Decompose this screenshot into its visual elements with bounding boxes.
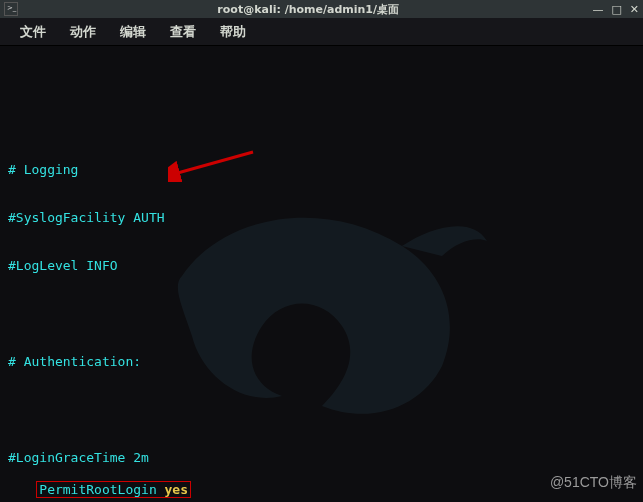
file-line: # Authentication: — [8, 354, 635, 370]
file-line: # Logging — [8, 162, 635, 178]
terminal-window: root@kali: /home/admin1/桌面 — □ ✕ 文件 动作 编… — [0, 0, 643, 502]
maximize-button[interactable]: □ — [611, 4, 621, 15]
file-line — [8, 114, 635, 130]
config-value: yes — [165, 482, 188, 497]
terminal-body[interactable]: # Logging #SyslogFacility AUTH #LogLevel… — [0, 46, 643, 502]
window-titlebar: root@kali: /home/admin1/桌面 — □ ✕ — [0, 0, 643, 18]
close-button[interactable]: ✕ — [630, 4, 639, 15]
menubar: 文件 动作 编辑 查看 帮助 — [0, 18, 643, 46]
file-line — [8, 402, 635, 418]
highlighted-config-line: PermitRootLogin yes — [39, 482, 191, 498]
window-title: root@kali: /home/admin1/桌面 — [24, 2, 592, 17]
menu-view[interactable]: 查看 — [158, 19, 208, 45]
watermark-text: @51CTO博客 — [550, 474, 637, 492]
terminal-icon — [4, 2, 18, 16]
menu-help[interactable]: 帮助 — [208, 19, 258, 45]
menu-edit[interactable]: 编辑 — [108, 19, 158, 45]
file-line: #SyslogFacility AUTH — [8, 210, 635, 226]
config-key: PermitRootLogin — [39, 482, 164, 497]
menu-file[interactable]: 文件 — [8, 19, 58, 45]
file-line: #LogLevel INFO — [8, 258, 635, 274]
file-line: #LoginGraceTime 2m — [8, 450, 635, 466]
menu-actions[interactable]: 动作 — [58, 19, 108, 45]
minimize-button[interactable]: — — [592, 4, 603, 15]
file-line — [8, 306, 635, 322]
